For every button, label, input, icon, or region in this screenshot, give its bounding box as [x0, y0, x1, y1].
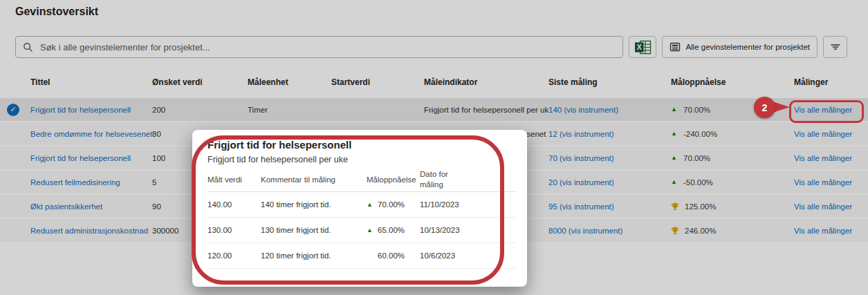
- annotation-step-badge: 2: [754, 97, 775, 118]
- annotation-box-view-all-measurements: [789, 100, 864, 123]
- annotation-circle-popup: [192, 135, 504, 285]
